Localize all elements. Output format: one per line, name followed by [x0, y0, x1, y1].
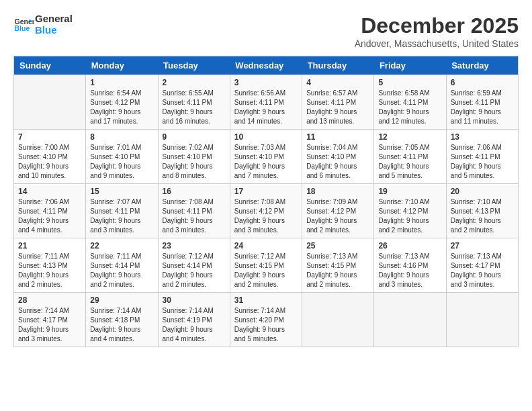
calendar-cell	[14, 75, 86, 130]
day-number: 1	[90, 78, 153, 87]
calendar-body: 1Sunrise: 6:54 AMSunset: 4:12 PMDaylight…	[14, 75, 519, 347]
day-number: 12	[378, 132, 441, 142]
weekday-header-wednesday: Wednesday	[230, 56, 302, 75]
day-number: 2	[163, 78, 226, 87]
calendar-cell: 30Sunrise: 7:14 AMSunset: 4:19 PMDayligh…	[158, 293, 230, 347]
calendar-cell: 27Sunrise: 7:13 AMSunset: 4:17 PMDayligh…	[446, 238, 518, 293]
day-info: Sunrise: 6:58 AMSunset: 4:11 PMDaylight:…	[378, 89, 441, 126]
title-area: December 2025 Andover, Massachusetts, Un…	[355, 13, 519, 49]
calendar-cell: 13Sunrise: 7:06 AMSunset: 4:11 PMDayligh…	[446, 130, 518, 184]
day-number: 19	[378, 187, 441, 196]
day-number: 4	[306, 78, 369, 87]
day-number: 17	[234, 187, 298, 196]
calendar-cell: 11Sunrise: 7:04 AMSunset: 4:10 PMDayligh…	[302, 130, 374, 184]
calendar-week-row: 21Sunrise: 7:11 AMSunset: 4:13 PMDayligh…	[14, 238, 519, 293]
day-number: 7	[18, 132, 81, 142]
weekday-header-saturday: Saturday	[446, 56, 518, 75]
day-info: Sunrise: 7:03 AMSunset: 4:10 PMDaylight:…	[234, 143, 298, 181]
day-number: 9	[163, 132, 226, 142]
day-number: 13	[451, 132, 514, 142]
calendar-cell: 5Sunrise: 6:58 AMSunset: 4:11 PMDaylight…	[374, 75, 446, 130]
day-number: 16	[163, 187, 226, 196]
day-info: Sunrise: 7:14 AMSunset: 4:20 PMDaylight:…	[234, 306, 298, 344]
calendar-table: SundayMondayTuesdayWednesdayThursdayFrid…	[13, 56, 519, 347]
day-info: Sunrise: 7:13 AMSunset: 4:17 PMDaylight:…	[451, 252, 514, 289]
day-number: 29	[90, 295, 153, 305]
calendar-week-row: 1Sunrise: 6:54 AMSunset: 4:12 PMDaylight…	[14, 75, 519, 130]
day-number: 6	[451, 78, 514, 87]
day-info: Sunrise: 7:12 AMSunset: 4:15 PMDaylight:…	[234, 252, 298, 289]
weekday-header-thursday: Thursday	[302, 56, 374, 75]
logo-line2: Blue	[35, 25, 73, 36]
logo: General Blue General Blue	[13, 13, 73, 36]
weekday-header-tuesday: Tuesday	[158, 56, 230, 75]
logo-line1: General	[35, 13, 73, 25]
day-number: 3	[234, 78, 298, 87]
day-info: Sunrise: 6:56 AMSunset: 4:11 PMDaylight:…	[234, 89, 298, 126]
calendar-cell: 19Sunrise: 7:10 AMSunset: 4:12 PMDayligh…	[374, 184, 446, 238]
calendar-cell: 7Sunrise: 7:00 AMSunset: 4:10 PMDaylight…	[14, 130, 86, 184]
weekday-header-monday: Monday	[86, 56, 158, 75]
day-info: Sunrise: 7:11 AMSunset: 4:14 PMDaylight:…	[90, 252, 153, 289]
calendar-cell	[374, 293, 446, 347]
day-info: Sunrise: 7:05 AMSunset: 4:11 PMDaylight:…	[378, 143, 441, 181]
day-info: Sunrise: 7:12 AMSunset: 4:14 PMDaylight:…	[163, 252, 226, 289]
day-number: 30	[163, 295, 226, 305]
day-info: Sunrise: 7:14 AMSunset: 4:19 PMDaylight:…	[163, 306, 226, 344]
month-title: December 2025	[355, 13, 519, 38]
day-info: Sunrise: 6:59 AMSunset: 4:11 PMDaylight:…	[451, 89, 514, 126]
calendar-cell: 18Sunrise: 7:09 AMSunset: 4:12 PMDayligh…	[302, 184, 374, 238]
calendar-cell: 29Sunrise: 7:14 AMSunset: 4:18 PMDayligh…	[86, 293, 158, 347]
calendar-cell: 10Sunrise: 7:03 AMSunset: 4:10 PMDayligh…	[230, 130, 302, 184]
location: Andover, Massachusetts, United States	[355, 38, 519, 49]
day-info: Sunrise: 7:10 AMSunset: 4:12 PMDaylight:…	[378, 197, 441, 235]
day-number: 8	[90, 132, 153, 142]
day-info: Sunrise: 7:11 AMSunset: 4:13 PMDaylight:…	[18, 252, 81, 289]
calendar-cell: 16Sunrise: 7:08 AMSunset: 4:11 PMDayligh…	[158, 184, 230, 238]
calendar-cell: 6Sunrise: 6:59 AMSunset: 4:11 PMDaylight…	[446, 75, 518, 130]
calendar-cell: 31Sunrise: 7:14 AMSunset: 4:20 PMDayligh…	[230, 293, 302, 347]
calendar-cell: 28Sunrise: 7:14 AMSunset: 4:17 PMDayligh…	[14, 293, 86, 347]
calendar-cell: 4Sunrise: 6:57 AMSunset: 4:11 PMDaylight…	[302, 75, 374, 130]
weekday-header-friday: Friday	[374, 56, 446, 75]
calendar-cell: 22Sunrise: 7:11 AMSunset: 4:14 PMDayligh…	[86, 238, 158, 293]
calendar-week-row: 7Sunrise: 7:00 AMSunset: 4:10 PMDaylight…	[14, 130, 519, 184]
calendar-cell: 23Sunrise: 7:12 AMSunset: 4:14 PMDayligh…	[158, 238, 230, 293]
day-info: Sunrise: 7:10 AMSunset: 4:13 PMDaylight:…	[451, 197, 514, 235]
day-info: Sunrise: 7:13 AMSunset: 4:15 PMDaylight:…	[306, 252, 369, 289]
day-number: 22	[90, 241, 153, 250]
svg-text:Blue: Blue	[15, 24, 30, 32]
calendar-cell: 24Sunrise: 7:12 AMSunset: 4:15 PMDayligh…	[230, 238, 302, 293]
day-number: 11	[306, 132, 369, 142]
calendar-cell: 25Sunrise: 7:13 AMSunset: 4:15 PMDayligh…	[302, 238, 374, 293]
day-info: Sunrise: 6:55 AMSunset: 4:11 PMDaylight:…	[163, 89, 226, 126]
day-info: Sunrise: 7:06 AMSunset: 4:11 PMDaylight:…	[18, 197, 81, 235]
calendar-cell: 26Sunrise: 7:13 AMSunset: 4:16 PMDayligh…	[374, 238, 446, 293]
day-number: 27	[451, 241, 514, 250]
day-info: Sunrise: 7:02 AMSunset: 4:10 PMDaylight:…	[163, 143, 226, 181]
calendar-cell: 3Sunrise: 6:56 AMSunset: 4:11 PMDaylight…	[230, 75, 302, 130]
day-info: Sunrise: 7:06 AMSunset: 4:11 PMDaylight:…	[451, 143, 514, 181]
calendar-cell: 15Sunrise: 7:07 AMSunset: 4:11 PMDayligh…	[86, 184, 158, 238]
day-number: 31	[234, 295, 298, 305]
calendar-week-row: 14Sunrise: 7:06 AMSunset: 4:11 PMDayligh…	[14, 184, 519, 238]
day-number: 15	[90, 187, 153, 196]
calendar-cell	[302, 293, 374, 347]
day-info: Sunrise: 7:13 AMSunset: 4:16 PMDaylight:…	[378, 252, 441, 289]
calendar-cell: 20Sunrise: 7:10 AMSunset: 4:13 PMDayligh…	[446, 184, 518, 238]
day-number: 20	[451, 187, 514, 196]
day-info: Sunrise: 7:14 AMSunset: 4:18 PMDaylight:…	[90, 306, 153, 344]
day-info: Sunrise: 7:01 AMSunset: 4:10 PMDaylight:…	[90, 143, 153, 181]
calendar-cell: 8Sunrise: 7:01 AMSunset: 4:10 PMDaylight…	[86, 130, 158, 184]
day-number: 24	[234, 241, 298, 250]
calendar-cell	[446, 293, 518, 347]
calendar-cell: 1Sunrise: 6:54 AMSunset: 4:12 PMDaylight…	[86, 75, 158, 130]
day-number: 23	[163, 241, 226, 250]
calendar-header-row: SundayMondayTuesdayWednesdayThursdayFrid…	[14, 56, 519, 75]
day-info: Sunrise: 7:08 AMSunset: 4:11 PMDaylight:…	[163, 197, 226, 235]
day-info: Sunrise: 7:00 AMSunset: 4:10 PMDaylight:…	[18, 143, 81, 181]
day-number: 21	[18, 241, 81, 250]
day-number: 26	[378, 241, 441, 250]
day-number: 14	[18, 187, 81, 196]
calendar-week-row: 28Sunrise: 7:14 AMSunset: 4:17 PMDayligh…	[14, 293, 519, 347]
